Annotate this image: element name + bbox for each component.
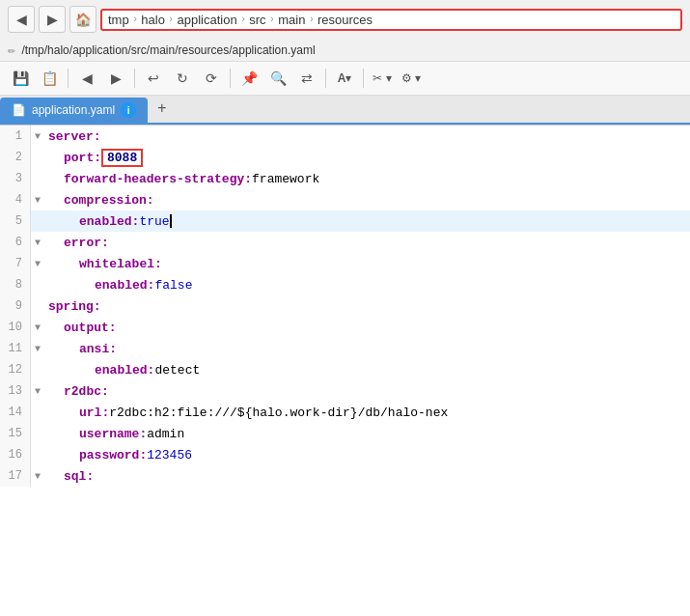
line-number: 4 xyxy=(0,189,31,210)
code-value: 123456 xyxy=(147,448,192,462)
breadcrumb-item-application[interactable]: application xyxy=(177,13,236,27)
table-row: 10▼output: xyxy=(0,317,690,338)
breadcrumb-item-tmp[interactable]: tmp xyxy=(108,13,129,27)
home-button[interactable]: 🏠 xyxy=(69,6,97,33)
font-button[interactable]: A ▾ xyxy=(332,66,357,91)
code-value: framework xyxy=(252,172,319,186)
table-row: 5enabled: true xyxy=(0,210,690,232)
breadcrumb: tmp › halo › application › src › main › … xyxy=(100,9,682,31)
browser-chrome: ◀ ▶ 🏠 tmp › halo › application › src › m… xyxy=(0,0,690,126)
code-content: compression: xyxy=(44,189,690,210)
line-number: 9 xyxy=(0,295,31,317)
save-button[interactable]: 💾 xyxy=(8,66,33,91)
code-tools-button[interactable]: ✂ ▾ xyxy=(370,66,395,91)
breadcrumb-item-main[interactable]: main xyxy=(278,13,305,27)
line-number: 2 xyxy=(0,147,31,168)
redo-button[interactable]: ↻ xyxy=(170,66,195,91)
code-value: r2dbc:h2:file:///${halo.work-dir}/db/hal… xyxy=(109,406,448,420)
pin-button[interactable]: 📌 xyxy=(236,66,262,91)
fold-arrow xyxy=(31,423,44,444)
line-number: 13 xyxy=(0,380,31,402)
toolbar-separator xyxy=(325,69,326,88)
refresh-button[interactable]: ⟳ xyxy=(199,66,224,91)
fold-arrow xyxy=(31,359,44,380)
breadcrumb-item-halo[interactable]: halo xyxy=(141,13,165,27)
toolbar-separator xyxy=(134,69,135,88)
fold-arrow[interactable]: ▼ xyxy=(31,253,44,274)
fold-arrow xyxy=(31,444,44,465)
back-button[interactable]: ◀ xyxy=(8,6,35,33)
line-number: 17 xyxy=(0,465,31,487)
code-key: password: xyxy=(79,448,147,462)
code-value: detect xyxy=(154,363,200,378)
highlighted-value: 8088 xyxy=(101,149,143,167)
table-row: 9spring: xyxy=(0,295,690,317)
line-number: 11 xyxy=(0,338,31,359)
code-key: r2dbc: xyxy=(64,384,109,399)
code-content: error: xyxy=(44,232,690,253)
fold-arrow[interactable]: ▼ xyxy=(31,189,44,210)
home-icon: 🏠 xyxy=(75,13,92,27)
undo-button[interactable]: ↩ xyxy=(141,66,166,91)
fold-arrow[interactable]: ▼ xyxy=(31,465,44,487)
fold-arrow[interactable]: ▼ xyxy=(31,126,44,147)
code-content: sql: xyxy=(44,465,690,487)
settings-button[interactable]: ⚙ ▾ xyxy=(399,66,424,91)
toolbar: 💾 📋 ◀ ▶ ↩ ↻ ⟳ 📌 🔍 ⇄ A ▾ ✂ ▾ ⚙ ▾ xyxy=(0,62,690,96)
code-key: spring: xyxy=(48,299,101,314)
table-row: 11▼ansi: xyxy=(0,338,690,359)
edit-icon: ✏️ xyxy=(8,42,15,58)
table-row: 4▼compression: xyxy=(0,189,690,210)
tab-application-yaml[interactable]: 📄 application.yaml i xyxy=(0,98,148,123)
code-key: enabled: xyxy=(95,278,154,293)
line-number: 12 xyxy=(0,359,31,380)
code-key: output: xyxy=(64,321,117,335)
table-row: 17▼sql: xyxy=(0,465,690,487)
breadcrumb-sep: › xyxy=(240,14,247,25)
tab-info-badge: i xyxy=(121,102,136,118)
code-key: error: xyxy=(64,236,109,250)
search-button[interactable]: 🔍 xyxy=(265,66,290,91)
line-number: 14 xyxy=(0,402,31,423)
code-key: ansi: xyxy=(79,342,117,356)
line-number: 16 xyxy=(0,444,31,465)
fold-arrow xyxy=(31,295,44,317)
code-key: port: xyxy=(64,151,101,165)
table-row: 1▼server: xyxy=(0,126,690,147)
code-value: admin xyxy=(147,427,184,441)
forward-toolbar-button[interactable]: ▶ xyxy=(103,66,128,91)
code-key: forward-headers-strategy: xyxy=(64,172,252,186)
toolbar-separator xyxy=(363,69,364,88)
table-row: 15username: admin xyxy=(0,423,690,444)
code-content: spring: xyxy=(44,295,690,317)
code-content: ansi: xyxy=(44,338,690,359)
line-number: 5 xyxy=(0,210,31,232)
line-number: 3 xyxy=(0,168,31,189)
code-editor: 1▼server:2port: 80883forward-headers-str… xyxy=(0,126,690,487)
code-content: enabled: false xyxy=(44,274,690,295)
add-tab-button[interactable]: + xyxy=(148,96,177,123)
fold-arrow[interactable]: ▼ xyxy=(31,317,44,338)
code-value: false xyxy=(154,278,192,293)
copy-button[interactable]: 📋 xyxy=(37,66,62,91)
code-content: password: 123456 xyxy=(44,444,690,465)
table-row: 16password: 123456 xyxy=(0,444,690,465)
breadcrumb-item-resources[interactable]: resources xyxy=(317,13,373,27)
code-content: r2dbc: xyxy=(44,380,690,402)
shuffle-button[interactable]: ⇄ xyxy=(294,66,319,91)
breadcrumb-sep: › xyxy=(308,14,315,25)
line-number: 1 xyxy=(0,126,31,147)
fold-arrow[interactable]: ▼ xyxy=(31,232,44,253)
fold-arrow[interactable]: ▼ xyxy=(31,380,44,402)
table-row: 7▼whitelabel: xyxy=(0,253,690,274)
table-row: 8enabled: false xyxy=(0,274,690,295)
table-row: 2port: 8088 xyxy=(0,147,690,168)
back-toolbar-button[interactable]: ◀ xyxy=(74,66,99,91)
forward-button[interactable]: ▶ xyxy=(39,6,66,33)
tab-label: application.yaml xyxy=(32,103,115,117)
table-row: 14url: r2dbc:h2:file:///${halo.work-dir}… xyxy=(0,402,690,423)
code-content: username: admin xyxy=(44,423,690,444)
breadcrumb-sep: › xyxy=(132,14,139,25)
breadcrumb-item-src[interactable]: src xyxy=(249,13,265,27)
fold-arrow[interactable]: ▼ xyxy=(31,338,44,359)
